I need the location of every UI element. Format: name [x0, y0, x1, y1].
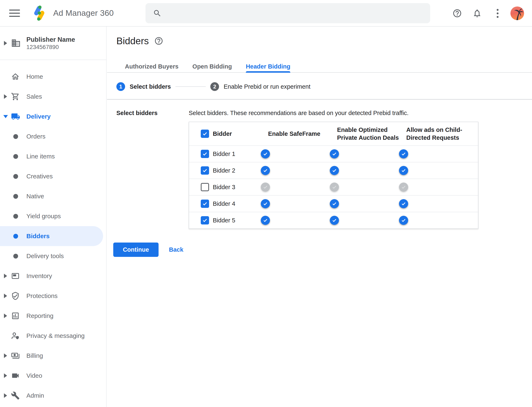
building-icon: [11, 38, 26, 48]
sidebar-item-video[interactable]: Video: [0, 366, 107, 386]
bullet-icon: [13, 214, 18, 219]
ad-unit-icon: [11, 272, 26, 280]
sidebar-item-inventory[interactable]: Inventory: [0, 266, 107, 286]
bullet-icon: [13, 134, 18, 139]
sidebar-item-privacy-messaging[interactable]: Privacy & messaging: [0, 326, 107, 346]
tab-header-bidding[interactable]: Header Bidding: [246, 58, 290, 72]
section-label: Select bidders: [116, 110, 158, 117]
bidder-name: Bidder 4: [213, 200, 268, 207]
publisher-name: Publisher Name: [26, 36, 75, 44]
step-2-enable-prebid[interactable]: 2 Enable Prebid or run experiment: [210, 82, 310, 91]
bidder-name: Bidder 5: [213, 217, 268, 224]
sidebar-item-billing[interactable]: Billing: [0, 346, 107, 366]
app-title: Ad Manager 360: [53, 8, 114, 18]
table-header-row: Bidder Enable SafeFrame Enable Optimized…: [189, 122, 478, 145]
sidebar-item-creatives[interactable]: Creatives: [0, 166, 107, 186]
tab-authorized-buyers[interactable]: Authorized Buyers: [125, 58, 178, 72]
column-header-optimized-deals: Enable Optimized Private Auction Deals: [337, 126, 406, 142]
sidebar-item-protections[interactable]: Protections: [0, 286, 107, 306]
column-header-bidder: Bidder: [213, 130, 268, 138]
select-all-checkbox[interactable]: [201, 130, 209, 138]
expand-right-icon: [4, 274, 7, 278]
tab-open-bidding[interactable]: Open Bidding: [193, 58, 232, 72]
description-text: Select bidders. These recommendations ar…: [189, 110, 409, 117]
bidder-name: Bidder 3: [213, 184, 268, 191]
search-input[interactable]: [162, 3, 430, 23]
expand-right-icon: [4, 353, 7, 358]
search-icon: [153, 9, 162, 18]
expand-right-icon: [4, 41, 7, 46]
sidebar-item-yield-groups[interactable]: Yield groups: [0, 206, 107, 226]
cart-icon: [11, 92, 26, 101]
step-1-select-bidders[interactable]: 1 Select bidders: [116, 82, 171, 91]
bidder-name: Bidder 2: [213, 167, 268, 174]
shield-check-icon: [11, 291, 26, 300]
bullet-icon: [13, 154, 18, 159]
column-header-safeframe: Enable SafeFrame: [268, 130, 337, 138]
bullet-icon: [13, 254, 18, 258]
truck-icon: [11, 112, 26, 121]
step-connector: [175, 86, 206, 87]
column-header-child-directed: Allow ads on Child-Directed Requests: [406, 126, 478, 142]
sidebar-item-line-items[interactable]: Line items: [0, 146, 107, 166]
more-vert-icon[interactable]: [492, 8, 503, 19]
form-actions: Continue Back: [113, 243, 183, 257]
payments-icon: [11, 351, 26, 360]
table-row-bidder-1: Bidder 1: [189, 145, 478, 162]
table-row-bidder-3: Bidder 3: [189, 179, 478, 195]
person-shield-icon: [11, 331, 26, 340]
back-link[interactable]: Back: [169, 246, 183, 253]
sidebar-item-native[interactable]: Native: [0, 186, 107, 206]
sidebar-item-home[interactable]: Home: [0, 67, 107, 86]
row-checkbox[interactable]: [201, 166, 209, 175]
publisher-switcher[interactable]: Publisher Name 1234567890: [0, 27, 106, 60]
help-icon[interactable]: [451, 8, 463, 19]
menu-icon[interactable]: [9, 9, 20, 17]
sidebar-item-orders[interactable]: Orders: [0, 126, 107, 146]
expand-right-icon: [4, 393, 7, 398]
bidder-name: Bidder 1: [213, 150, 268, 157]
sidebar-item-bidders[interactable]: Bidders: [0, 226, 107, 246]
wrench-icon: [11, 391, 26, 400]
notifications-icon[interactable]: [471, 8, 483, 19]
expand-right-icon: [4, 294, 7, 298]
videocam-icon: [11, 371, 26, 380]
divider: [107, 99, 532, 100]
table-row-bidder-5: Bidder 5: [189, 212, 478, 228]
avatar[interactable]: [510, 7, 524, 20]
main-content: Bidders Authorized Buyers Open Bidding H…: [107, 27, 532, 407]
sidebar-item-delivery-tools[interactable]: Delivery tools: [0, 246, 107, 266]
sidebar: Publisher Name 1234567890 Home Sales: [0, 27, 107, 407]
publisher-id: 1234567890: [26, 44, 75, 51]
bidders-table: Bidder Enable SafeFrame Enable Optimized…: [189, 122, 478, 229]
tab-bar: Authorized Buyers Open Bidding Header Bi…: [107, 58, 532, 73]
table-row-bidder-2: Bidder 2: [189, 162, 478, 179]
bar-chart-icon: [11, 312, 26, 320]
home-icon: [11, 72, 26, 81]
row-checkbox[interactable]: [201, 200, 209, 208]
row-checkbox[interactable]: [201, 216, 209, 225]
expand-right-icon: [4, 313, 7, 318]
expand-right-icon: [4, 94, 7, 99]
row-checkbox[interactable]: [201, 183, 209, 191]
sidebar-item-sales[interactable]: Sales: [0, 86, 107, 107]
bullet-icon: [13, 174, 18, 179]
table-row-bidder-4: Bidder 4: [189, 195, 478, 212]
bullet-icon: [13, 194, 18, 199]
sidebar-item-admin[interactable]: Admin: [0, 386, 107, 406]
sidebar-item-delivery[interactable]: Delivery: [0, 107, 107, 126]
ad-manager-app: Ad Manager 360: [0, 0, 532, 407]
sidebar-item-reporting[interactable]: Reporting: [0, 306, 107, 326]
sidebar-nav: Home Sales Delivery Orders: [0, 67, 107, 406]
top-app-bar: Ad Manager 360: [0, 0, 532, 27]
help-icon[interactable]: [154, 36, 163, 46]
bullet-icon: [13, 234, 18, 239]
page-title: Bidders: [116, 35, 149, 47]
row-checkbox[interactable]: [201, 150, 209, 158]
expand-down-icon: [3, 115, 8, 118]
stepper: 1 Select bidders 2 Enable Prebid or run …: [116, 80, 310, 93]
continue-button[interactable]: Continue: [113, 243, 159, 257]
expand-right-icon: [4, 373, 7, 378]
ad-manager-logo: [30, 4, 48, 23]
search-bar[interactable]: [145, 3, 430, 23]
